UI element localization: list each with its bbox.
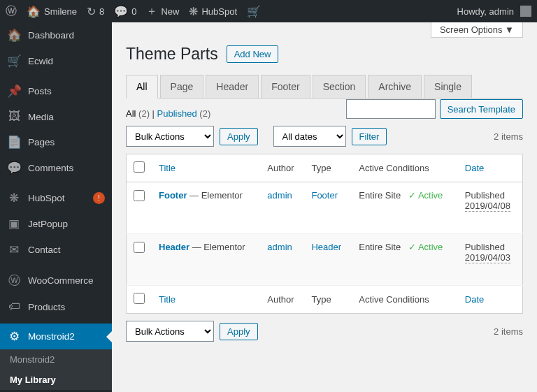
col-date-foot[interactable]: Date (465, 294, 484, 305)
menu-label: Comments (28, 163, 73, 173)
main-content: Screen Options ▼ Theme Parts Add New All… (112, 22, 537, 392)
menu-icon: 🖼 (7, 110, 21, 124)
sidebar-item-pages[interactable]: 📄Pages (0, 129, 112, 155)
sidebar-item-contact[interactable]: ✉Contact (0, 237, 112, 263)
col-date[interactable]: Date (465, 163, 484, 173)
row-date: 2019/04/08 (465, 201, 510, 212)
menu-label: JetPopup (28, 219, 68, 229)
date-filter-select[interactable]: All dates (273, 126, 346, 147)
row-title-link[interactable]: Header (159, 242, 189, 252)
search-button[interactable]: Search Template (440, 99, 523, 119)
sidebar-item-monstroid2[interactable]: ⚙Monstroid2 (0, 324, 112, 349)
col-title[interactable]: Title (159, 163, 176, 173)
sidebar-item-media[interactable]: 🖼Media (0, 104, 112, 129)
tab-footer[interactable]: Footer (261, 75, 310, 99)
row-condition: Entire Site (359, 190, 401, 201)
bulk-actions-select-bottom[interactable]: Bulk Actions (126, 321, 214, 342)
row-checkbox[interactable] (134, 242, 145, 253)
select-all-checkbox[interactable] (134, 161, 145, 173)
bulk-actions-select[interactable]: Bulk Actions (126, 126, 214, 147)
sidebar-item-hubspot[interactable]: ❋HubSpot! (0, 185, 112, 211)
tab-page[interactable]: Page (160, 75, 204, 99)
menu-label: Media (28, 112, 54, 122)
site-link[interactable]: 🏠Smilene (27, 5, 77, 18)
hubspot-link[interactable]: ❋HubSpot (189, 5, 237, 18)
menu-label: Products (28, 302, 65, 312)
items-count: 2 items (494, 131, 523, 142)
menu-label: Contact (28, 245, 61, 255)
new-link[interactable]: ＋New (146, 4, 179, 19)
sidebar-item-jetpopup[interactable]: ▣JetPopup (0, 211, 112, 237)
avatar (520, 6, 531, 17)
row-type-link[interactable]: Header (311, 242, 341, 252)
menu-label: WooCommerce (28, 275, 94, 286)
comments-link[interactable]: 💬0 (114, 5, 136, 18)
apply-bulk-button-bottom[interactable]: Apply (220, 323, 258, 340)
screen-options-toggle[interactable]: Screen Options ▼ (431, 22, 523, 38)
tab-header[interactable]: Header (206, 75, 259, 99)
wp-logo-icon[interactable]: ⓦ (6, 4, 17, 19)
tab-all[interactable]: All (126, 75, 158, 99)
row-date: 2019/04/03 (465, 252, 510, 263)
menu-icon: 🛒 (7, 54, 21, 68)
items-count-bottom: 2 items (494, 326, 523, 337)
table-row: Footer — ElementoradminFooterEntire Site… (127, 182, 523, 234)
sidebar-item-woocommerce[interactable]: ⓦWooCommerce (0, 267, 112, 294)
add-new-button[interactable]: Add New (227, 45, 279, 63)
alert-badge: ! (93, 192, 105, 204)
updates-link[interactable]: ↻8 (87, 5, 104, 18)
row-checkbox[interactable] (134, 190, 145, 201)
select-all-checkbox-foot[interactable] (134, 293, 145, 304)
row-published-label: Published (465, 190, 505, 201)
menu-icon: ▣ (7, 217, 21, 231)
menu-label: HubSpot (28, 193, 65, 203)
menu-label: Posts (28, 86, 52, 96)
cart-icon[interactable]: 🛒 (247, 5, 261, 18)
row-status: ✓ Active (408, 242, 443, 252)
menu-icon: 💬 (7, 161, 21, 175)
page-title: Theme Parts (126, 45, 218, 64)
menu-icon: ❋ (7, 191, 21, 205)
row-condition: Entire Site (359, 242, 401, 252)
row-title-suffix: — Elementor (189, 242, 245, 252)
submenu-item[interactable]: My Library (0, 370, 112, 390)
admin-sidebar: 🏠Dashboard🛒Ecwid📌Posts🖼Media📄Pages💬Comme… (0, 22, 112, 392)
tab-archive[interactable]: Archive (368, 75, 422, 99)
apply-bulk-button[interactable]: Apply (220, 128, 258, 145)
parts-table: Title Author Type Active Conditions Date… (126, 154, 523, 314)
menu-label: Dashboard (28, 30, 74, 41)
row-type-link[interactable]: Footer (311, 190, 338, 201)
row-author-link[interactable]: admin (267, 190, 292, 201)
menu-label: Pages (28, 137, 55, 147)
sidebar-item-ecwid[interactable]: 🛒Ecwid (0, 48, 112, 74)
tab-single[interactable]: Single (424, 75, 472, 99)
row-status: ✓ Active (408, 190, 443, 201)
col-conditions: Active Conditions (352, 154, 458, 182)
filter-button[interactable]: Filter (352, 128, 387, 145)
table-row: Header — ElementoradminHeaderEntire Site… (127, 234, 523, 286)
type-tabs: AllPageHeaderFooterSectionArchiveSingle (126, 75, 523, 99)
submenu-item[interactable]: Monstroid2 (0, 349, 112, 370)
sidebar-item-posts[interactable]: 📌Posts (0, 78, 112, 104)
menu-icon: 📄 (7, 135, 21, 150)
row-author-link[interactable]: admin (267, 242, 292, 252)
menu-icon: 📌 (7, 84, 21, 99)
col-type: Type (304, 154, 352, 182)
menu-icon: 🏠 (7, 28, 21, 43)
filter-all[interactable]: All (2) (126, 108, 150, 119)
tab-section[interactable]: Section (313, 75, 366, 99)
row-published-label: Published (465, 242, 505, 252)
filter-published[interactable]: Published (2) (157, 108, 211, 119)
row-title-link[interactable]: Footer (159, 190, 187, 201)
account-link[interactable]: Howdy, admin (457, 6, 531, 17)
col-title-foot[interactable]: Title (159, 294, 176, 305)
search-input[interactable] (346, 99, 436, 119)
row-title-suffix: — Elementor (187, 190, 242, 201)
sidebar-item-products[interactable]: 🏷Products (0, 294, 112, 319)
menu-icon: 🏷 (7, 300, 21, 314)
sidebar-item-comments[interactable]: 💬Comments (0, 155, 112, 181)
menu-label: Ecwid (28, 56, 53, 66)
col-author-foot: Author (260, 286, 304, 314)
col-type-foot: Type (304, 286, 352, 314)
sidebar-item-dashboard[interactable]: 🏠Dashboard (0, 22, 112, 48)
